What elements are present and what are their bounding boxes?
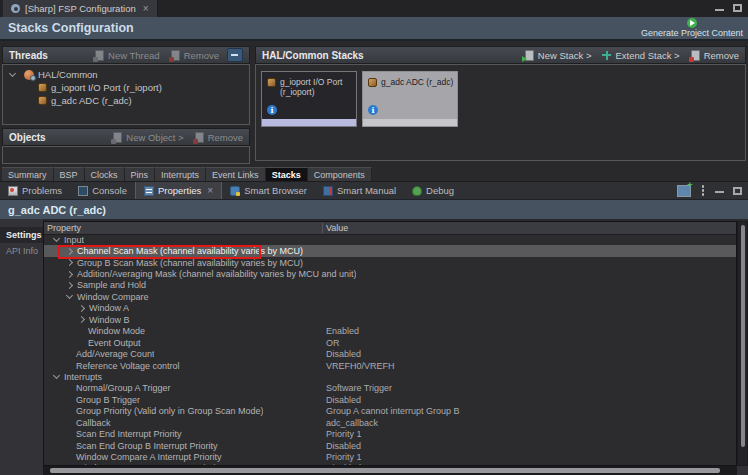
property-label: Interrupts <box>64 372 102 382</box>
thread-item-hal-common[interactable]: HAL/Common <box>3 68 249 81</box>
view-tab-clocks[interactable]: Clocks <box>85 167 125 181</box>
column-divider[interactable] <box>322 223 323 233</box>
property-row-channel-scan-mask-channel-availability-varies-by-mcu[interactable]: Channel Scan Mask (channel availability … <box>44 245 736 256</box>
generate-project-content-button[interactable]: Generate Project Content <box>641 18 743 38</box>
property-value: Disabled <box>326 394 361 405</box>
properties-sidebar-api-info[interactable]: API Info <box>0 243 43 259</box>
objects-new-object-button[interactable]: New Object > <box>113 132 183 143</box>
thread-children: g_ioport I/O Port (r_ioport)g_adc ADC (r… <box>3 81 249 107</box>
maximize-icon[interactable] <box>733 4 742 12</box>
view-tab-pins[interactable]: Pins <box>125 167 156 181</box>
module-icon <box>38 96 47 105</box>
chevron-right-icon[interactable] <box>66 282 73 289</box>
window-controls <box>715 4 742 12</box>
open-console-icon[interactable] <box>677 185 691 197</box>
editor-tab-fsp-configuration[interactable]: [Sharp] FSP Configuration × <box>3 0 158 17</box>
properties-sidebar-settings[interactable]: Settings <box>0 227 43 243</box>
property-label-cell: Interrupts <box>44 372 102 382</box>
property-label-cell: Normal/Group A Trigger <box>44 383 171 393</box>
property-row-window-b[interactable]: Window B <box>44 314 736 325</box>
property-label-cell: Channel Scan Mask (channel availability … <box>44 246 303 256</box>
chevron-right-icon[interactable] <box>66 248 73 255</box>
panel-tab-problems[interactable]: Problems <box>0 182 70 199</box>
property-label: Addition/Averaging Mask (channel availab… <box>77 269 356 279</box>
objects-remove-button[interactable]: Remove <box>195 132 243 143</box>
stack-card-g-adc-adc-r-adc[interactable]: g_adc ADC (r_adc)i <box>362 71 458 127</box>
property-row-input[interactable]: Input <box>44 234 736 245</box>
maximize-icon[interactable] <box>733 187 742 195</box>
view-tab-bsp[interactable]: BSP <box>54 167 85 181</box>
stacks-new-stack-button[interactable]: New Stack > <box>525 50 592 61</box>
property-row-add-average-count[interactable]: Add/Average CountDisabled <box>44 348 736 359</box>
new-stack-icon <box>525 50 534 61</box>
view-tab-event-links[interactable]: Event Links <box>206 167 266 181</box>
horizontal-scrollbar[interactable] <box>43 466 737 475</box>
remove-stack-icon <box>691 50 700 61</box>
chevron-right-icon[interactable] <box>66 259 73 266</box>
property-label-cell: Group B Trigger <box>44 395 140 405</box>
property-row-event-output[interactable]: Event OutputOR <box>44 337 736 348</box>
chevron-right-icon[interactable] <box>78 305 85 312</box>
thread-item-g-adc-adc-r-adc[interactable]: g_adc ADC (r_adc) <box>3 94 249 107</box>
property-row-interrupts[interactable]: Interrupts <box>44 371 736 382</box>
threads-panel-header: Threads New ThreadRemove <box>2 46 250 64</box>
panel-tab-smart-browser[interactable]: Smart Browser <box>222 182 315 199</box>
property-row-window-a[interactable]: Window A <box>44 303 736 314</box>
threads-remove-button[interactable]: Remove <box>171 50 219 61</box>
threads-new-thread-button[interactable]: New Thread <box>95 50 160 61</box>
property-row-window-mode[interactable]: Window ModeEnabled <box>44 326 736 337</box>
minimize-icon[interactable] <box>715 9 724 11</box>
stack-card-g-ioport-i-o-port-r-ioport[interactable]: g_ioport I/O Port (r_ioport)i <box>261 71 357 127</box>
property-value: VREFH0/VREFH <box>326 360 395 371</box>
property-row-normal-group-a-trigger[interactable]: Normal/Group A TriggerSoftware Trigger <box>44 383 736 394</box>
properties-title-band: g_adc ADC (r_adc) <box>0 199 748 219</box>
chevron-down-icon[interactable] <box>53 372 60 379</box>
property-row-group-b-scan-mask-channel-availability-varies-by-mcu[interactable]: Group B Scan Mask (channel availability … <box>44 257 736 268</box>
close-icon[interactable]: × <box>207 185 213 196</box>
chevron-down-icon[interactable] <box>66 292 73 299</box>
property-label: Input <box>64 235 84 245</box>
property-row-scan-end-group-b-interrupt-priority[interactable]: Scan End Group B Interrupt PriorityDisab… <box>44 440 736 451</box>
properties-table: Property Value InputChannel Scan Mask (c… <box>43 221 737 466</box>
vertical-scrollbar-thumb[interactable] <box>741 225 745 447</box>
chevron-down-icon[interactable] <box>53 235 60 242</box>
panel-tab-smart-manual[interactable]: Smart Manual <box>315 182 404 199</box>
property-row-window-compare-a-interrupt-priority[interactable]: Window Compare A Interrupt PriorityPrior… <box>44 451 736 462</box>
close-icon[interactable]: × <box>143 3 149 14</box>
threads-remove-label: Remove <box>184 50 219 61</box>
view-tab-summary[interactable]: Summary <box>2 167 54 181</box>
module-icon <box>38 83 47 92</box>
property-value: Disabled <box>326 348 361 359</box>
property-row-scan-end-interrupt-priority[interactable]: Scan End Interrupt PriorityPriority 1 <box>44 428 736 439</box>
view-tab-stacks[interactable]: Stacks <box>266 167 308 181</box>
property-row-sample-and-hold[interactable]: Sample and Hold <box>44 280 736 291</box>
panel-tab-debug[interactable]: Debug <box>404 182 462 199</box>
stacks-extend-stack-button[interactable]: Extend Stack > <box>602 50 679 61</box>
thread-item-g-ioport-i-o-port-r-ioport[interactable]: g_ioport I/O Port (r_ioport) <box>3 81 249 94</box>
view-menu-icon[interactable] <box>702 189 705 192</box>
panel-tab-console[interactable]: Console <box>70 182 135 199</box>
info-icon[interactable]: i <box>267 105 277 115</box>
property-row-addition-averaging-mask-channel-availability-varies-by-mcu-and-unit[interactable]: Addition/Averaging Mask (channel availab… <box>44 268 736 279</box>
stack-card-strip <box>262 119 356 126</box>
stacks-remove-button[interactable]: Remove <box>691 50 739 61</box>
property-row-window-compare[interactable]: Window Compare <box>44 291 736 302</box>
info-icon[interactable]: i <box>368 105 378 115</box>
vertical-scrollbar[interactable] <box>737 221 748 466</box>
property-row-group-b-trigger[interactable]: Group B TriggerDisabled <box>44 394 736 405</box>
objects-list <box>2 146 250 164</box>
property-row-group-priority-valid-only-in-group-scan-mode[interactable]: Group Priority (Valid only in Group Scan… <box>44 406 736 417</box>
collapse-all-icon[interactable] <box>227 48 243 62</box>
property-row-reference-voltage-control[interactable]: Reference Voltage controlVREFH0/VREFH <box>44 360 736 371</box>
gear-icon <box>11 4 20 13</box>
view-tab-interrupts[interactable]: Interrupts <box>155 167 206 181</box>
property-label-cell: Window A <box>44 303 129 313</box>
minimize-icon[interactable] <box>715 191 724 193</box>
property-row-callback[interactable]: Callbackadc_callback <box>44 417 736 428</box>
chevron-right-icon[interactable] <box>78 316 85 323</box>
horizontal-scrollbar-thumb[interactable] <box>50 468 720 473</box>
panel-tab-properties[interactable]: Properties× <box>135 182 222 199</box>
chevron-right-icon[interactable] <box>66 270 73 277</box>
view-tab-components[interactable]: Components <box>308 167 372 181</box>
chevron-down-icon[interactable] <box>9 70 16 77</box>
